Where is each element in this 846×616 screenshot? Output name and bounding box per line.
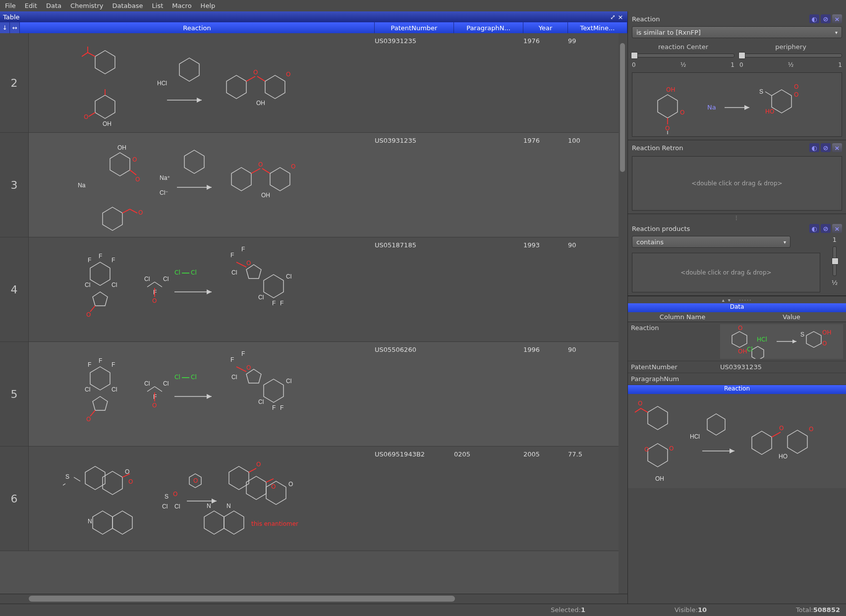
products-slider[interactable] (833, 246, 837, 276)
year-cell: 1976 (523, 33, 568, 132)
data-row[interactable]: Reaction OOH HCl Cl SOH O (628, 322, 846, 361)
svg-text:S: S (800, 331, 804, 338)
vertical-scrollbar[interactable] (619, 33, 627, 594)
maximize-icon[interactable]: ⤢ (609, 13, 617, 21)
center-slider[interactable] (632, 54, 734, 57)
svg-line-83 (147, 387, 155, 392)
reaction-preview[interactable]: O OO OH HCl O HO O (628, 394, 846, 488)
svg-line-2 (82, 53, 88, 56)
svg-text:Cl: Cl (174, 374, 180, 381)
filter-panel-products: Reaction products ◐ ⊘ × contains▾ <doubl… (628, 221, 846, 296)
svg-marker-116 (93, 511, 113, 534)
svg-line-38 (262, 168, 270, 173)
close-icon[interactable]: × (832, 14, 842, 23)
reaction-sketch: FFF ClCl O ClCl F O ClCl (63, 342, 340, 446)
horizontal-scrollbar[interactable] (0, 594, 627, 604)
data-row[interactable]: ParagraphNum (628, 373, 846, 385)
menu-data[interactable]: Data (46, 2, 61, 9)
svg-line-171 (635, 408, 641, 412)
slider-label-periphery: periphery (739, 43, 842, 51)
reaction-cell[interactable]: Na OHO O Na⁺ Cl⁻ O (29, 133, 375, 237)
data-row[interactable]: PatentNumber US03931235 (628, 361, 846, 373)
close-icon[interactable]: × (617, 13, 624, 21)
yin-yang-icon[interactable]: ◐ (809, 143, 819, 152)
disable-icon[interactable]: ⊘ (821, 224, 831, 233)
col-reaction[interactable]: Reaction (20, 22, 375, 33)
svg-marker-0 (95, 51, 115, 74)
menu-list[interactable]: List (152, 2, 164, 9)
fit-width-button[interactable]: ↔ (10, 22, 20, 33)
svg-line-1 (88, 53, 95, 56)
expand-handle[interactable]: ▴ ▾ ····· (628, 296, 846, 303)
patent-cell: US06951943B2 (375, 447, 454, 551)
svg-text:O: O (152, 297, 157, 304)
disable-icon[interactable]: ⊘ (821, 14, 831, 23)
drag-handle[interactable]: ⋮ (628, 214, 846, 221)
svg-marker-48 (93, 292, 108, 306)
svg-text:Cl: Cl (162, 503, 168, 510)
svg-marker-42 (90, 262, 110, 285)
products-dropdown[interactable]: contains▾ (632, 236, 790, 248)
table-row[interactable]: 2 OH O (0, 33, 627, 133)
svg-text:Na: Na (707, 104, 716, 111)
yin-yang-icon[interactable]: ◐ (809, 14, 819, 23)
close-icon[interactable]: × (832, 143, 842, 152)
reaction-query-canvas[interactable]: OH O O S Cl Na S OO HO (632, 72, 842, 137)
menubar: File Edit Data Chemistry Database List M… (0, 0, 846, 11)
table-row[interactable]: 4 FFF ClCl O ClCl F (0, 237, 627, 342)
statusbar: Selected:1 Visible:10 Total:508852 (0, 604, 846, 616)
svg-text:O: O (809, 426, 813, 433)
patent-cell: US05506260 (375, 342, 454, 446)
table-row[interactable]: 5 FFF ClCl O ClCl F (0, 342, 627, 447)
disable-icon[interactable]: ⊘ (821, 143, 831, 152)
svg-line-30 (122, 209, 130, 213)
products-query-canvas[interactable]: <double click or drag & drop> (632, 253, 820, 292)
reaction-cell[interactable]: O O S S N SO ClCl O (29, 447, 375, 551)
yin-yang-icon[interactable]: ◐ (809, 224, 819, 233)
close-icon[interactable]: × (832, 224, 842, 233)
menu-database[interactable]: Database (113, 2, 143, 9)
col-year[interactable]: Year (523, 22, 568, 33)
row-number: 2 (0, 33, 29, 132)
svg-text:N: N (207, 503, 211, 509)
menu-help[interactable]: Help (201, 2, 216, 9)
data-col-value[interactable]: Value (737, 312, 846, 322)
svg-line-130 (266, 479, 274, 482)
paragraph-cell (454, 133, 523, 237)
menu-edit[interactable]: Edit (25, 2, 37, 9)
reaction-cell[interactable]: OH O HCl O OH (29, 33, 375, 132)
reaction-preview-title: Reaction (628, 385, 846, 394)
patent-cell: US05187185 (375, 237, 454, 341)
svg-text:Cl: Cl (231, 269, 237, 276)
svg-text:O: O (86, 311, 91, 318)
menu-file[interactable]: File (5, 2, 16, 9)
data-value (717, 373, 846, 385)
data-section-title: Data (628, 303, 846, 312)
svg-text:HO: HO (779, 453, 788, 460)
col-paragraph[interactable]: ParagraphN... (454, 22, 523, 33)
svg-text:OH: OH (261, 192, 270, 199)
col-textmine[interactable]: TextMine... (568, 22, 627, 33)
similarity-dropdown[interactable]: is similar to [RxnFP]▾ (632, 26, 842, 38)
svg-marker-127 (246, 476, 266, 500)
table-row[interactable]: 6 O O S S N (0, 447, 627, 551)
svg-line-152 (765, 92, 772, 96)
data-col-name[interactable]: Column Name (628, 312, 737, 322)
retron-query-canvas[interactable]: <double click or drag & drop> (632, 156, 842, 211)
table-row[interactable]: 3 Na OHO O Na⁺ Cl⁻ (0, 133, 627, 237)
col-patent[interactable]: PatentNumber (375, 22, 454, 33)
svg-marker-173 (648, 444, 668, 467)
reaction-cell[interactable]: FFF ClCl O ClCl F O ClCl (29, 237, 375, 341)
reaction-cell[interactable]: FFF ClCl O ClCl F O ClCl (29, 342, 375, 446)
year-cell: 1996 (523, 342, 568, 446)
menu-chemistry[interactable]: Chemistry (70, 2, 104, 9)
vslider-tick: ½ (827, 279, 842, 286)
svg-marker-181 (752, 431, 772, 454)
menu-macro[interactable]: Macro (172, 2, 191, 9)
svg-text:Cl: Cl (144, 380, 150, 387)
periphery-slider[interactable] (739, 54, 842, 57)
svg-marker-165 (806, 332, 821, 347)
paragraph-cell: 0205 (454, 447, 523, 551)
jump-down-button[interactable]: ↓ (0, 22, 10, 33)
column-headers: Reaction PatentNumber ParagraphN... Year… (20, 22, 627, 33)
